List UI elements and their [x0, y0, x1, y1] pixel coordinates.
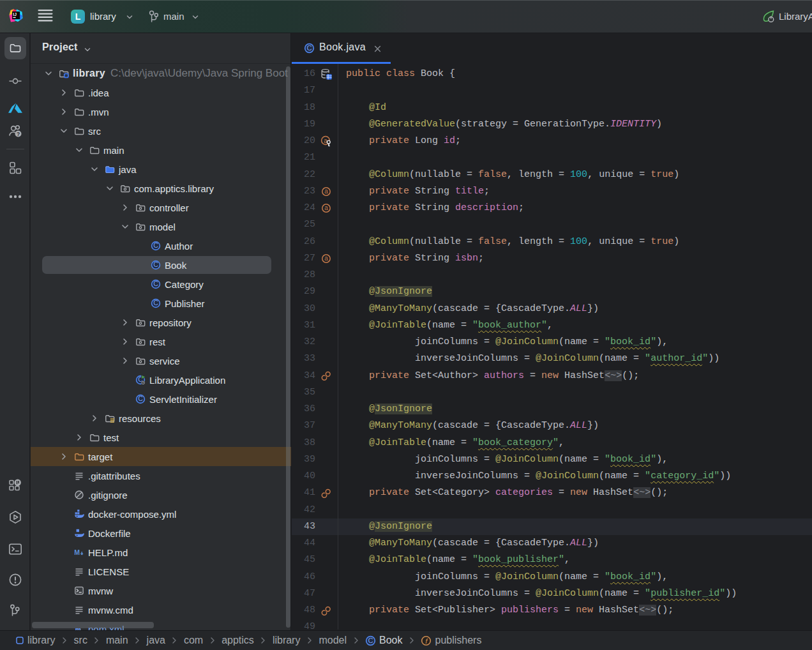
- svg-text:IJ: IJ: [13, 12, 17, 17]
- svg-text:C: C: [138, 395, 143, 402]
- svg-text:C: C: [306, 44, 312, 52]
- svg-text:C: C: [153, 241, 158, 249]
- svg-text:C: C: [153, 280, 158, 287]
- svg-text:M: M: [74, 548, 80, 556]
- svg-text:?: ?: [17, 131, 20, 137]
- svg-text:a: a: [324, 188, 328, 195]
- svg-text:C: C: [368, 637, 373, 644]
- svg-text:a: a: [324, 204, 328, 211]
- svg-text:a: a: [324, 255, 328, 262]
- svg-text:C: C: [153, 299, 158, 306]
- svg-text:C: C: [153, 261, 158, 268]
